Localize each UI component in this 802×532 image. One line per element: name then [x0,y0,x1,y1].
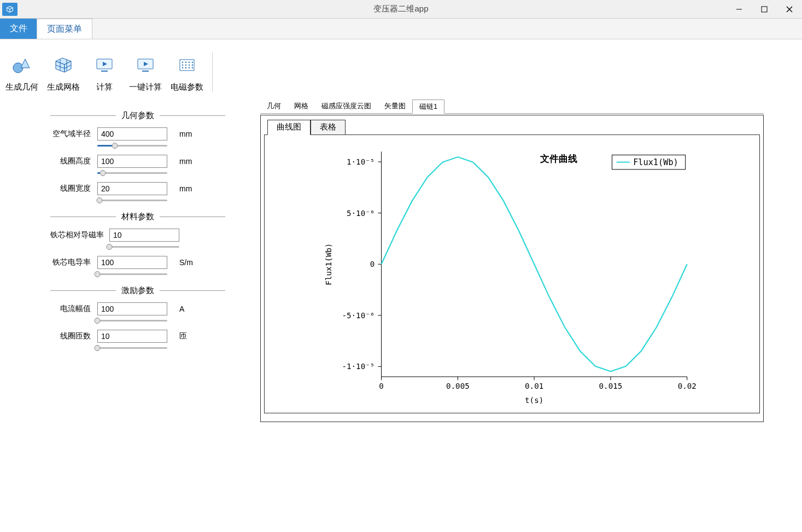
generate-geometry-button[interactable]: 生成几何 [5,52,38,92]
coil-turns-unit: 匝 [173,331,195,341]
svg-text:-1·10⁻⁵: -1·10⁻⁵ [342,362,374,371]
section-heading-material: 材料参数 [50,212,225,222]
section-heading-geometry: 几何参数 [50,110,225,121]
minimize-button[interactable] [727,1,752,17]
ribbon-label: 电磁参数 [171,82,203,92]
current-amp-slider[interactable] [97,317,167,324]
coil-width-label: 线圈宽度 [50,184,93,194]
coil-height-slider[interactable] [97,169,167,177]
ribbon-label: 生成网格 [47,82,80,92]
core-cond-unit: S/m [173,258,195,267]
core-cond-input[interactable] [97,256,167,269]
play-monitor-icon [134,52,156,78]
geometry-icon [11,52,33,78]
air-radius-slider[interactable] [97,142,167,149]
current-amp-label: 电流幅值 [50,304,93,314]
svg-text:0.005: 0.005 [446,382,470,390]
air-radius-label: 空气域半径 [50,129,93,139]
coil-turns-slider[interactable] [97,344,167,352]
svg-point-18 [185,62,186,63]
tab-mesh-result[interactable]: 网格 [288,100,315,113]
ribbon-label: 一键计算 [129,82,162,92]
tab-bfield-contour[interactable]: 磁感应强度云图 [315,100,378,113]
window-titlebar: 变压器二维app [0,0,802,19]
svg-point-25 [182,67,183,68]
main-area: 几何参数 空气域半径 mm 线圈高度 mm 线圈宽度 mm 材料参数 铁芯相对导… [0,96,802,532]
close-button[interactable] [777,1,802,17]
core-relperm-slider[interactable] [109,243,179,250]
coil-width-slider[interactable] [97,196,167,204]
core-relperm-label: 铁芯相对导磁率 [50,230,105,240]
flux-chart: -1·10⁻⁵-5·10⁻⁶05·10⁻⁶1·10⁻⁵00.0050.010.0… [271,141,753,407]
core-cond-slider[interactable] [97,270,167,278]
menubar: 文件 页面菜单 [0,19,802,39]
maximize-button[interactable] [752,1,777,17]
result-panel: 几何 网格 磁感应强度云图 矢量图 磁链1 曲线图 表格 -1·10⁻⁵-5·1… [258,96,802,532]
svg-text:t(s): t(s) [525,396,543,405]
tab-file[interactable]: 文件 [0,19,37,39]
core-relperm-input[interactable] [109,229,179,242]
svg-text:0.01: 0.01 [525,382,543,390]
result-tabs: 几何 网格 磁感应强度云图 矢量图 磁链1 [260,100,764,114]
svg-point-17 [182,62,183,63]
svg-point-22 [185,65,186,66]
play-monitor-icon [93,52,115,78]
subtab-table[interactable]: 表格 [311,120,346,135]
tab-page-menu[interactable]: 页面菜单 [37,19,92,39]
air-radius-unit: mm [173,130,195,138]
coil-height-unit: mm [173,157,195,166]
svg-point-28 [192,67,193,68]
svg-text:0: 0 [370,260,375,268]
svg-point-19 [189,62,190,63]
coil-height-label: 线圈高度 [50,156,93,166]
section-label: 激励参数 [116,285,160,296]
tab-geometry-result[interactable]: 几何 [260,100,288,113]
ribbon-label: 计算 [96,82,113,92]
em-params-button[interactable]: 电磁参数 [171,52,203,92]
svg-text:-5·10⁻⁶: -5·10⁻⁶ [342,311,374,320]
coil-height-input[interactable] [97,155,167,168]
svg-point-23 [189,65,190,66]
tab-flux-link-1[interactable]: 磁链1 [412,100,444,114]
svg-rect-1 [762,7,767,12]
chart-container: -1·10⁻⁵-5·10⁻⁶05·10⁻⁶1·10⁻⁵00.0050.010.0… [264,135,760,413]
air-radius-input[interactable] [97,127,167,141]
svg-text:0.015: 0.015 [599,382,623,390]
generate-mesh-button[interactable]: 生成网格 [47,52,80,92]
current-amp-input[interactable] [97,302,167,315]
one-click-compute-button[interactable]: 一键计算 [129,52,162,92]
coil-width-unit: mm [173,184,195,193]
svg-text:0: 0 [379,382,384,390]
window-controls [727,1,802,17]
svg-text:0.02: 0.02 [678,382,696,390]
core-cond-label: 铁芯电导率 [50,258,93,267]
svg-text:Flux1(Wb): Flux1(Wb) [324,243,333,285]
section-label: 材料参数 [116,212,160,222]
svg-text:5·10⁻⁶: 5·10⁻⁶ [347,209,374,218]
mesh-icon [52,52,74,78]
subtab-curve[interactable]: 曲线图 [267,120,311,135]
svg-point-21 [182,65,183,66]
coil-turns-input[interactable] [97,330,167,343]
compute-button[interactable]: 计算 [89,52,120,92]
coil-width-input[interactable] [97,182,167,195]
svg-marker-5 [21,59,30,68]
svg-text:Flux1(Wb): Flux1(Wb) [633,157,678,167]
section-label: 几何参数 [116,110,160,121]
result-frame: 曲线图 表格 -1·10⁻⁵-5·10⁻⁶05·10⁻⁶1·10⁻⁵00.005… [260,115,764,422]
section-heading-excitation: 激励参数 [50,285,225,296]
app-icon [2,3,17,16]
window-title: 变压器二维app [373,4,428,14]
chart-subtabs: 曲线图 表格 [267,120,760,135]
current-amp-unit: A [173,305,195,313]
ribbon-label: 生成几何 [5,82,38,92]
svg-text:文件曲线: 文件曲线 [540,153,577,164]
svg-point-24 [192,65,193,66]
svg-text:1·10⁻⁵: 1·10⁻⁵ [347,157,374,166]
tab-vector-plot[interactable]: 矢量图 [378,100,412,113]
coil-turns-label: 线圈匝数 [50,331,93,341]
grid-dots-icon [176,52,198,78]
ribbon-toolbar: 生成几何 生成网格 计算 一键计算 电磁参数 [0,39,802,96]
svg-point-20 [192,62,193,63]
parameters-panel: 几何参数 空气域半径 mm 线圈高度 mm 线圈宽度 mm 材料参数 铁芯相对导… [0,96,258,532]
